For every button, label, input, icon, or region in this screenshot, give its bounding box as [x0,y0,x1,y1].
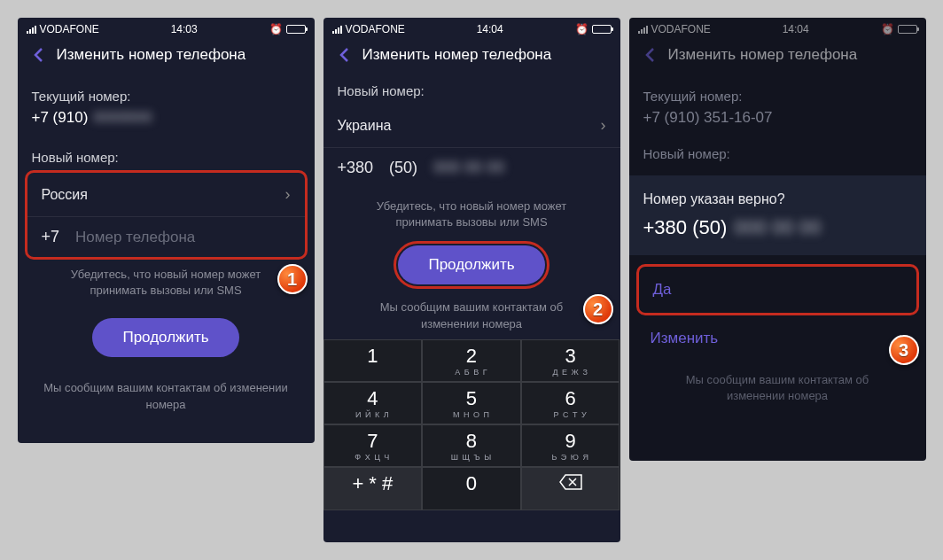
phone-prefix: +7 [42,228,60,246]
confirm-number: +380 (50)000 00 00 [643,216,912,239]
phone-area: (50) [389,159,417,177]
chevron-right-icon: › [601,116,606,135]
status-bar: VODAFONE 14:03 ⏰ [18,18,315,37]
screen-1: VODAFONE 14:03 ⏰ Изменить номер телефона… [18,18,315,443]
battery-icon [286,25,306,34]
signal-icon [332,26,342,34]
carrier-label: VODAFONE [651,23,711,35]
highlight-box-1: Россия › +7 Номер телефона [25,170,308,260]
footer-text: Мы сообщим вашим контактам обизменении н… [323,289,620,338]
alarm-icon: ⏰ [269,23,283,35]
continue-button[interactable]: Продолжить [398,245,544,284]
new-number-label: Новый номер: [18,136,315,170]
time-label: 14:03 [171,23,198,35]
back-button[interactable] [640,44,661,66]
time-label: 14:04 [783,23,809,35]
carrier-label: VODAFONE [40,23,99,35]
signal-icon [27,26,36,34]
step-badge-1: 1 [277,264,308,294]
screen-3: VODAFONE 14:04 ⏰ Изменить номер телефона… [629,18,926,461]
confirm-yes-button[interactable]: Да [639,267,916,313]
page-title: Изменить номер телефона [362,46,552,64]
page-title: Изменить номер телефона [668,46,858,64]
highlight-box-2: Продолжить [394,241,549,289]
back-button[interactable] [334,44,355,66]
country-selector[interactable]: Украина › [323,104,620,148]
phone-prefix: +380 [338,159,374,177]
numeric-keypad: 12А Б В Г3Д Е Ж З4И Й К Л5М Н О П6Р С Т … [323,339,620,510]
chevron-right-icon: › [285,185,291,204]
keypad-key-2[interactable]: 2А Б В Г [422,339,521,382]
keypad-key-1[interactable]: 1 [323,339,423,382]
keypad-key-5[interactable]: 5М Н О П [422,382,521,424]
keypad-key-3[interactable]: 3Д Е Ж З [521,339,620,382]
page-header: Изменить номер телефона [629,37,926,78]
current-number: +7 (910) 351-16-07 [629,109,926,136]
back-button[interactable] [28,44,50,66]
phone-masked: 000 00 00 [433,159,504,177]
footer-text: Мы сообщим вашим контактам об изменении … [18,369,315,423]
battery-icon [592,25,612,34]
time-label: 14:04 [477,23,503,35]
page-title: Изменить номер телефона [57,46,246,64]
keypad-key-0[interactable]: 0 [422,467,521,509]
keypad-delete[interactable] [521,467,620,509]
page-header: Изменить номер телефона [18,37,315,78]
keypad-key-4[interactable]: 4И Й К Л [323,382,423,424]
hint-text: Убедитесь, что новый номер может принима… [18,263,315,309]
keypad-key-7[interactable]: 7Ф Х Ц Ч [323,424,423,467]
phone-input[interactable]: +380 (50) 000 00 00 [323,148,620,188]
country-name: Украина [338,118,392,134]
confirm-panel: Номер указан верно? +380 (50)000 00 00 [629,175,926,255]
continue-button[interactable]: Продолжить [92,318,238,357]
step-badge-2: 2 [583,294,613,324]
confirm-edit-button[interactable]: Изменить [629,315,926,362]
keypad-key-6[interactable]: 6Р С Т У [521,382,620,424]
screen-2: VODAFONE 14:04 ⏰ Изменить номер телефона… [323,18,620,542]
step-badge-3: 3 [889,335,919,365]
keypad-key-9[interactable]: 9Ь Э Ю Я [521,424,620,467]
highlight-box-3: Да [636,264,919,315]
new-number-label: Новый номер: [629,136,926,167]
new-number-label: Новый номер: [323,78,620,104]
status-bar: VODAFONE 14:04 ⏰ [629,18,926,37]
status-bar: VODAFONE 14:04 ⏰ [323,18,620,37]
confirm-question: Номер указан верно? [643,191,912,207]
current-number-label: Текущий номер: [629,78,926,109]
carrier-label: VODAFONE [346,23,405,35]
phone-input[interactable]: +7 Номер телефона [27,217,305,257]
country-selector[interactable]: Россия › [27,173,305,217]
battery-icon [898,25,917,34]
keypad-key-[interactable]: + * # [323,467,423,509]
signal-icon [638,26,648,34]
phone-placeholder: Номер телефона [75,229,195,246]
alarm-icon: ⏰ [575,23,588,35]
keypad-key-8[interactable]: 8Ш Щ Ъ Ы [422,424,521,467]
country-name: Россия [42,187,88,203]
page-header: Изменить номер телефона [323,37,620,78]
current-number-label: Текущий номер: [18,78,315,109]
footer-text: Мы сообщим вашим контактам обизменении н… [629,362,926,415]
hint-text: Убедитесь, что новый номер может принима… [323,188,620,241]
alarm-icon: ⏰ [881,23,894,35]
current-number: +7 (910)0000000 [18,109,315,136]
